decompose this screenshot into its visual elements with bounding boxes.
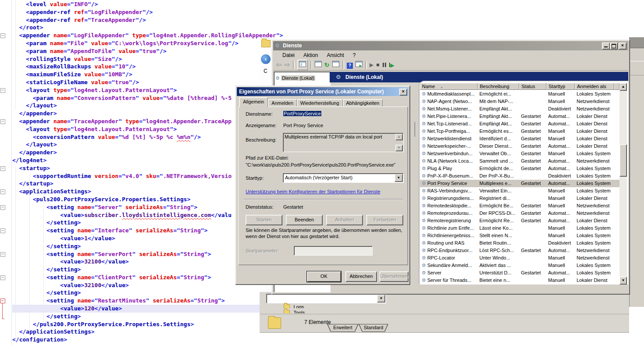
ok-button[interactable]: OK: [307, 271, 341, 282]
service-row[interactable]: ⚙NetzwerklistendienstIdentifiziert d...G…: [420, 135, 619, 142]
service-row[interactable]: ⚙PnP-X-IP-Busenum...Der PnP-X-Bu...Deakt…: [420, 172, 619, 180]
maximize-icon[interactable]: [610, 43, 618, 50]
service-row[interactable]: ⚙RemoteregistrierungErmöglicht Re...Gest…: [420, 217, 619, 224]
forward-icon[interactable]: ⇨: [284, 60, 290, 69]
back-icon[interactable]: ⇦: [276, 60, 282, 69]
dialog-tab-wiederherstellung[interactable]: Wiederherstellung: [297, 99, 343, 107]
services-table-header[interactable]: Name ▲BeschreibungStatusStarttypAnmelden…: [420, 83, 619, 90]
service-row[interactable]: ⚙Net.Tcp-Listenerad...Empfängt Akt...Ges…: [420, 120, 619, 128]
close-icon[interactable]: ×: [399, 89, 407, 96]
code-line[interactable]: </setting>: [12, 289, 283, 297]
fold-marker-icon[interactable]: −: [0, 189, 5, 194]
dialog-tab-abhngigkeiten[interactable]: Abhängigkeiten: [343, 99, 383, 107]
fold-marker-icon[interactable]: −: [0, 228, 5, 233]
fold-marker-icon[interactable]: −: [0, 33, 5, 38]
service-row[interactable]: ⚙ServerUnterstützt D...GestartetAutomat.…: [420, 269, 619, 277]
service-row[interactable]: ⚙NLA (Network Loca...Sammelt und ...Gest…: [420, 157, 619, 165]
tree-item-dienste-lokal[interactable]: ⚙Dienste (Lokal): [275, 74, 315, 82]
startparameter-input[interactable]: [294, 246, 373, 256]
service-row[interactable]: ⚙Sekundäre Anmeld...Aktiviert das ...Man…: [420, 262, 619, 269]
scrollbar-thumb[interactable]: [619, 144, 627, 177]
extended-view-icon[interactable]: [355, 61, 362, 69]
column-header-anmeldenals[interactable]: Anmelden als: [575, 83, 614, 90]
abbrechen-button[interactable]: Abbrechen: [345, 271, 377, 282]
menu-item-?[interactable]: ?: [349, 52, 360, 59]
dienstname-value[interactable]: PortProxyService: [283, 111, 321, 116]
scroll-down-icon[interactable]: ▼: [395, 145, 403, 151]
menu-item-ansicht[interactable]: Ansicht: [323, 52, 348, 59]
dialog-tab-allgemein[interactable]: Allgemein: [239, 97, 268, 107]
service-row[interactable]: ⚙Port Proxy ServiceMultiplexes e...Gesta…: [420, 180, 619, 187]
code-line[interactable]: <param name="AppendToFile" value="true"/…: [12, 47, 283, 55]
service-row[interactable]: ⚙Richtlinienergebniss...Stellt einen N..…: [420, 232, 619, 239]
service-row[interactable]: ⚙Net.Pipe-Listenera...Empfängt Akt...Ges…: [420, 113, 619, 120]
fold-marker-icon[interactable]: −: [0, 275, 5, 280]
service-row[interactable]: ⚙Netzwerkverbindun...Verwaltet Ob...Gest…: [420, 150, 619, 157]
column-header-beschreibung[interactable]: Beschreibung: [478, 83, 519, 90]
service-row[interactable]: ⚙Multimediaklassenpl...Ermöglicht ei...M…: [420, 90, 619, 98]
service-row[interactable]: ⚙Remotedesktopdie...Ermöglicht Be...Gest…: [420, 202, 619, 210]
code-line[interactable]: </puls200.PortProxyService.Properties.Se…: [12, 320, 283, 328]
scroll-up-icon[interactable]: ▲: [619, 83, 627, 91]
services-titlebar[interactable]: ⚙ Dienste ×: [273, 41, 628, 50]
fold-marker-icon[interactable]: −: [0, 205, 5, 210]
menu-item-datei[interactable]: Datei: [278, 52, 299, 59]
properties-icon[interactable]: [315, 61, 322, 69]
code-line[interactable]: <rollingStyle value="Size"/>: [12, 55, 283, 63]
code-line[interactable]: </root>: [12, 24, 283, 32]
export-list-icon[interactable]: ➜: [332, 61, 340, 69]
tab-erweitert[interactable]: Erweitert: [327, 324, 359, 332]
starttyp-combobox[interactable]: Automatisch (Verzögerter Start) ▼: [283, 173, 404, 183]
code-line[interactable]: </applicationSettings>: [12, 328, 283, 336]
code-line[interactable]: <value>120</value>: [12, 305, 261, 313]
dialog-titlebar[interactable]: Eigenschaften von Port Proxy Service (Lo…: [237, 87, 408, 96]
restart-service-icon[interactable]: ▶: [389, 61, 394, 69]
explorer-combobox[interactable]: ▼: [266, 294, 386, 303]
fold-marker-icon[interactable]: −: [0, 166, 5, 171]
dialog-tab-anmelden[interactable]: Anmelden: [268, 99, 297, 107]
service-row[interactable]: ⚙Remoteprozedurau...Der RPCSS-Di...Gesta…: [420, 210, 619, 217]
services-scrollbar[interactable]: ▲ ▼: [619, 83, 627, 285]
code-line[interactable]: <appender-ref ref="LogFileAppender"/>: [12, 8, 283, 16]
start-service-icon[interactable]: ▶: [370, 62, 373, 68]
close-icon[interactable]: ×: [619, 43, 626, 50]
combo-dropdown-icon[interactable]: ▼: [377, 295, 385, 302]
startoptions-help-link[interactable]: Unterstützung beim Konfigurieren der Sta…: [246, 189, 380, 194]
fold-marker-icon[interactable]: −: [0, 252, 5, 257]
fold-marker-icon[interactable]: −: [0, 88, 5, 93]
beschreibung-box[interactable]: Multiplexes external TCP/IP data on loca…: [283, 133, 404, 152]
column-header-status[interactable]: Status: [519, 83, 546, 90]
column-header-stub[interactable]: [614, 83, 619, 90]
code-line[interactable]: <maximumFileSize value="10MB"/>: [12, 71, 283, 78]
service-row[interactable]: ⚙Net.Msmq-Listener...Empfängt Akt...Deak…: [420, 105, 619, 113]
combo-dropdown-icon[interactable]: ▼: [394, 174, 403, 182]
pause-service-icon[interactable]: [382, 61, 387, 69]
code-line[interactable]: <appender name="LogFileAppender" type="l…: [12, 32, 283, 39]
tab-standard[interactable]: Standard: [359, 324, 388, 332]
code-line[interactable]: </setting>: [12, 313, 283, 320]
service-row[interactable]: ⚙Server für Threads...Bietet eine n...Ma…: [420, 277, 619, 284]
beenden-button[interactable]: Beenden: [286, 215, 323, 225]
service-row[interactable]: ⚙Richtlinie zum Entfe...Lässt eine Ko...…: [420, 224, 619, 232]
service-row[interactable]: ⚙Routing und RASBietet Routin...Deaktivi…: [420, 239, 619, 247]
service-row[interactable]: ⚙Registrierungsdiens...Registriert di...…: [420, 195, 619, 202]
services-table[interactable]: ⚙Multimediaklassenpl...Ermöglicht ei...M…: [420, 90, 619, 284]
service-row[interactable]: ⚙RPC-LocatorUnter Windo...ManuellNetzwer…: [420, 254, 619, 262]
service-row[interactable]: ⚙RPC-Endpunktzuor...Löst RPC-Sch...Gesta…: [420, 247, 619, 254]
code-line[interactable]: </configuration>: [12, 336, 283, 344]
editor-gutter[interactable]: −−−−−−−−−−: [0, 0, 12, 345]
scroll-down-icon[interactable]: ▼: [619, 277, 627, 285]
code-line[interactable]: <level value="INFO"/>: [12, 0, 283, 8]
stop-service-icon[interactable]: ■: [376, 62, 379, 68]
service-row[interactable]: ⚙NAP-Agent (Netwo...Mit dem NAP-...Manue…: [420, 98, 619, 105]
folder-list-item[interactable]: Tools: [284, 308, 336, 313]
service-row[interactable]: ⚙RAS-Verbindungsv...Verwaltet Ein...Manu…: [420, 187, 619, 195]
code-line[interactable]: <maxSizeRollBackups value="10"/>: [12, 63, 283, 71]
console-tree-icon[interactable]: [297, 60, 308, 70]
service-row[interactable]: ⚙Net.Tcp-Portfreiga...Ermöglicht es...Ge…: [420, 128, 619, 135]
column-header-name[interactable]: Name ▲: [420, 83, 478, 90]
minimize-icon[interactable]: [602, 43, 610, 50]
column-header-starttyp[interactable]: Starttyp: [546, 83, 575, 90]
code-line[interactable]: <setting name="RestartMinutes" serialize…: [12, 297, 283, 305]
help-icon[interactable]: ?: [347, 61, 353, 69]
